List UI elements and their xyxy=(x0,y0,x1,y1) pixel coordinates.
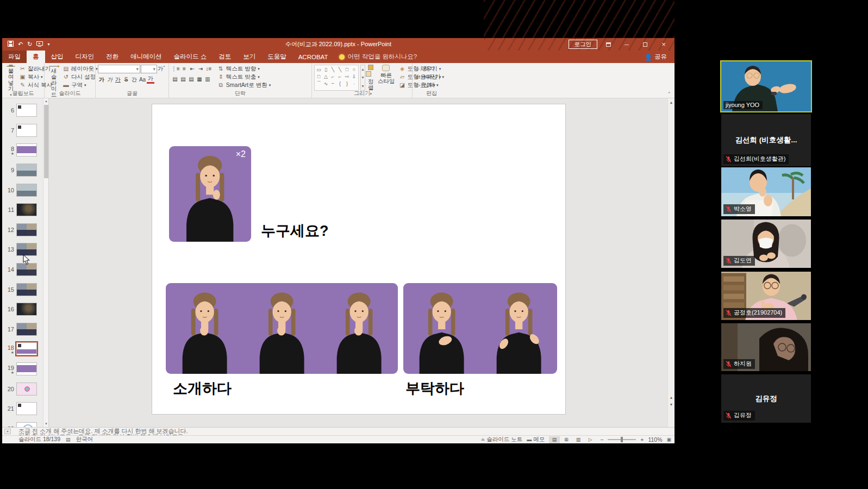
tab-file[interactable]: 파일 xyxy=(2,51,27,63)
slide-thumbnail-10[interactable]: 10 xyxy=(2,180,43,200)
numbering-icon[interactable]: ≡ xyxy=(180,65,188,73)
font-size-combo[interactable]: ▾ xyxy=(141,65,157,73)
thumbnail-preview[interactable] xyxy=(16,362,37,375)
participant-tile-6[interactable]: 하지원 xyxy=(721,323,811,371)
reset-button[interactable]: ↺다시 설정 xyxy=(63,73,98,80)
italic-button[interactable]: 가 xyxy=(106,76,114,84)
tab-디자인[interactable]: 디자인 xyxy=(70,51,101,63)
slide-sorter-view-icon[interactable]: ⊞ xyxy=(561,436,572,443)
thumbnail-preview[interactable] xyxy=(16,203,37,216)
shape-gallery[interactable]: ▭▯╲╲□○ □△⌐⌐⇨⇩ ⌒∿⌢{}· xyxy=(314,65,359,91)
text-direction-button[interactable]: ⇅텍스트 방향▾ xyxy=(217,65,271,72)
smartart-button[interactable]: ⧉SmartArt로 변환▾ xyxy=(217,82,271,89)
participant-tile-5[interactable]: 공정호(21902704) xyxy=(721,272,811,320)
slide-thumbnail-9[interactable]: 9 xyxy=(2,160,43,180)
zoom-slider-knob[interactable] xyxy=(621,437,623,442)
tell-me-search[interactable]: 어떤 작업을 원하시나요? xyxy=(334,51,422,63)
share-button[interactable]: 👤 공유 xyxy=(637,51,675,63)
login-button[interactable]: 로그인 xyxy=(569,40,598,49)
slide-thumbnail-19[interactable]: 19★ xyxy=(2,359,43,379)
minimize-icon[interactable]: ─ xyxy=(619,41,634,48)
find-button[interactable]: ⌕찾기 xyxy=(415,65,444,72)
participant-tile-3[interactable]: 박소영 xyxy=(721,167,811,216)
justify-icon[interactable]: ▦ xyxy=(196,75,203,83)
tab-ACROBAT[interactable]: ACROBAT xyxy=(292,51,334,63)
font-name-combo[interactable]: ▾ xyxy=(98,65,140,73)
bullets-icon[interactable]: ⋮≡ xyxy=(171,65,180,73)
thumbnail-preview[interactable] xyxy=(16,323,37,336)
columns-icon[interactable]: ▥ xyxy=(204,75,211,83)
close-icon[interactable]: × xyxy=(656,40,671,48)
scrollbar-thumb[interactable] xyxy=(44,105,48,178)
zoom-slider[interactable] xyxy=(608,439,636,440)
spellcheck-icon[interactable]: ▤ xyxy=(66,437,71,442)
scroll-up-icon[interactable]: ▲ xyxy=(668,99,675,106)
strikethrough-button[interactable]: S xyxy=(122,76,130,84)
tab-전환[interactable]: 전환 xyxy=(100,51,124,63)
thumbnail-preview[interactable] xyxy=(16,184,37,197)
slide-thumbnail-16[interactable]: 16 xyxy=(2,299,43,319)
slide-thumbnail-6[interactable]: 6 xyxy=(2,101,43,121)
slide-scrollbar[interactable]: ▲ ▲ ▼ xyxy=(667,98,675,427)
new-slide-button[interactable]: 새 슬라이드 ▾ xyxy=(47,65,61,91)
slide-thumbnail-12[interactable]: 12 xyxy=(2,220,43,240)
font-color-button[interactable]: 가 xyxy=(147,76,154,84)
thumbnail-preview[interactable] xyxy=(16,342,37,355)
layout-button[interactable]: ▤레이아웃▾ xyxy=(63,65,98,72)
caption-favor[interactable]: 부탁하다 xyxy=(405,379,464,398)
thumbnail-preview[interactable] xyxy=(16,143,37,156)
shape-gallery-scroll[interactable]: ▲▼▼ xyxy=(360,65,365,91)
thumbnail-scrollbar[interactable]: ▲ ▼ xyxy=(43,98,48,427)
notes-pane[interactable]: ▾ 조금 전 소개 해 주셨는데요. 제 소개를 다시 한번 해 보겠습니다. … xyxy=(2,427,675,435)
participant-tile-1[interactable]: jiyoung YOO xyxy=(721,61,811,111)
align-center-icon[interactable]: ▤ xyxy=(179,75,187,83)
thumbnail-preview[interactable] xyxy=(16,283,37,296)
line-spacing-icon[interactable]: ↕≡ xyxy=(205,65,213,73)
next-slide-icon[interactable]: ▼ xyxy=(668,402,675,408)
qat-customize-icon[interactable]: ▾ xyxy=(47,42,49,47)
slide-thumbnail-18[interactable]: 18★ xyxy=(2,339,43,359)
increase-font-icon[interactable]: 가ˆ xyxy=(158,65,165,73)
char-spacing-button[interactable]: 간 xyxy=(130,76,138,84)
sign-image-introduce[interactable] xyxy=(166,283,398,374)
align-left-icon[interactable]: ▤ xyxy=(171,75,179,83)
participant-tile-4[interactable]: 김도연 xyxy=(721,220,811,268)
thumbnail-preview[interactable] xyxy=(16,422,37,427)
previous-slide-icon[interactable]: ▲ xyxy=(668,394,675,401)
align-text-button[interactable]: ⇕텍스트 맞춤▾ xyxy=(217,73,271,80)
thumbnail-preview[interactable] xyxy=(16,402,37,415)
align-right-icon[interactable]: ▤ xyxy=(188,75,195,83)
slide-thumbnail-7[interactable]: 7 xyxy=(2,121,43,141)
tab-검토[interactable]: 검토 xyxy=(213,51,237,63)
start-slideshow-icon[interactable] xyxy=(36,41,43,48)
reading-view-icon[interactable]: ▥ xyxy=(573,436,584,443)
thumbnail-preview[interactable] xyxy=(16,104,37,117)
slide-thumbnail-17[interactable]: 17 xyxy=(2,319,43,340)
tab-보기[interactable]: 보기 xyxy=(237,51,261,63)
notes-collapse-icon[interactable]: ▾ xyxy=(4,429,11,434)
ribbon-display-options-icon[interactable] xyxy=(601,41,616,48)
bold-button[interactable]: 가 xyxy=(98,76,105,84)
select-button[interactable]: ▷선택▾ xyxy=(415,82,444,89)
section-button[interactable]: ▬구역▾ xyxy=(63,82,98,89)
comments-button[interactable]: ▬ 메모 xyxy=(527,436,545,443)
scroll-down-icon[interactable]: ▼ xyxy=(43,421,49,427)
slide-thumbnail-8[interactable]: 8★ xyxy=(2,140,43,160)
fit-slide-icon[interactable]: ▣ xyxy=(666,437,671,442)
restore-icon[interactable] xyxy=(638,41,653,48)
zoom-out-icon[interactable]: − xyxy=(600,436,603,443)
change-case-button[interactable]: Aa xyxy=(139,76,146,84)
thumbnail-preview[interactable] xyxy=(16,303,37,316)
zoom-level[interactable]: 110% xyxy=(648,436,662,443)
tab-슬라이드 쇼[interactable]: 슬라이드 쇼 xyxy=(168,51,213,63)
caption-introduce[interactable]: 소개하다 xyxy=(173,379,232,398)
slideshow-view-icon[interactable]: ▷ xyxy=(585,436,596,443)
thumbnail-preview[interactable] xyxy=(16,223,37,236)
sign-image-who[interactable]: ×2 xyxy=(169,146,251,242)
zoom-in-icon[interactable]: + xyxy=(640,436,644,443)
quick-styles-button[interactable]: 빠른 스타일 xyxy=(376,65,396,91)
slide-thumbnail-20[interactable]: 20 xyxy=(2,379,43,399)
undo-icon[interactable]: ↶ xyxy=(18,41,23,48)
increase-indent-icon[interactable]: ⇥ xyxy=(197,65,204,73)
thumbnail-preview[interactable] xyxy=(16,164,37,177)
